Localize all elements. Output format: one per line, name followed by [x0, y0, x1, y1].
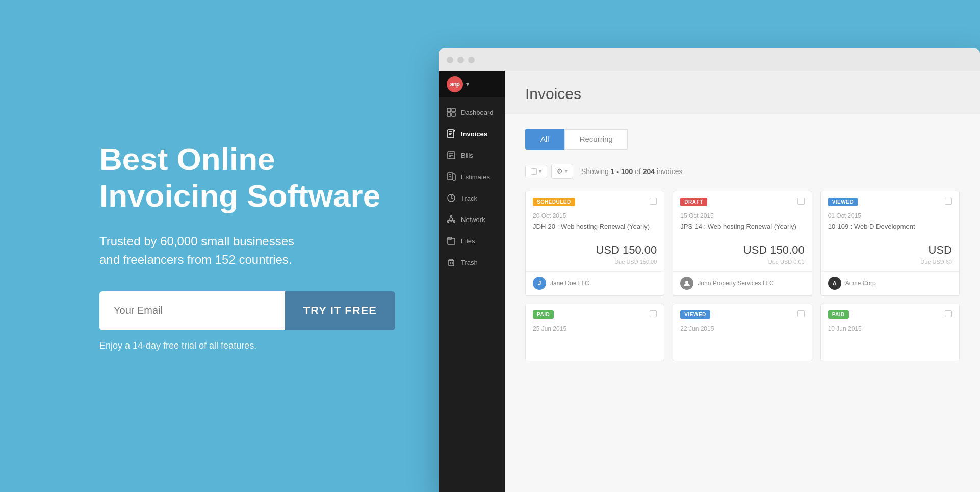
- card-desc: JPS-14 : Web hosting Renewal (Yearly): [673, 223, 811, 236]
- status-badge: PAID: [828, 310, 849, 319]
- track-icon: [447, 193, 456, 203]
- window-dot-red: [447, 57, 453, 63]
- try-free-button[interactable]: TRY IT FREE: [285, 291, 395, 330]
- svg-point-20: [454, 221, 455, 223]
- sidebar-label-trash: Trash: [461, 259, 478, 266]
- subheadline: Trusted by 60,000 small businesses and f…: [99, 232, 439, 269]
- card-checkbox[interactable]: [797, 310, 805, 317]
- svg-point-18: [450, 218, 453, 221]
- sidebar-nav: Dashboard Invoices Bills: [439, 97, 505, 492]
- card-date: 15 Oct 2015: [673, 211, 811, 223]
- svg-rect-4: [448, 130, 454, 138]
- card-date: 25 Jun 2015: [526, 324, 664, 335]
- sidebar: anp ▾ Dashboard: [439, 71, 505, 492]
- card-date: 01 Oct 2015: [821, 211, 959, 223]
- email-input[interactable]: [99, 291, 285, 330]
- app-window: anp ▾ Dashboard: [439, 48, 980, 492]
- card-due: Due USD 60: [821, 259, 959, 271]
- network-icon: [447, 215, 456, 224]
- svg-rect-3: [452, 113, 455, 116]
- svg-rect-2: [447, 113, 451, 116]
- estimates-icon: [447, 172, 456, 181]
- sidebar-label-track: Track: [461, 194, 477, 202]
- checkbox-dropdown-btn[interactable]: ▾: [525, 165, 547, 178]
- card-desc: JDH-20 : Web hosting Renewal (Yearly): [526, 223, 664, 236]
- dashboard-icon: [447, 108, 456, 117]
- invoice-card[interactable]: DRAFT 15 Oct 2015 JPS-14 : Web hosting R…: [673, 191, 812, 296]
- card-date: 22 Jun 2015: [673, 324, 811, 335]
- sidebar-item-dashboard[interactable]: Dashboard: [439, 102, 505, 123]
- card-amount: USD 150.00: [673, 236, 811, 259]
- invoices-icon: [447, 129, 456, 138]
- trash-icon: [447, 258, 456, 267]
- status-badge: VIEWED: [680, 310, 710, 319]
- page-title: Invoices: [525, 85, 960, 103]
- avatar: J: [533, 277, 546, 290]
- showing-text: Showing 1 - 100 of 204 invoices: [581, 167, 682, 176]
- headline: Best Online Invoicing Software: [99, 141, 439, 214]
- invoice-card[interactable]: PAID 25 Jun 2015: [525, 304, 664, 361]
- trial-note: Enjoy a 14-day free trial of all feature…: [99, 340, 439, 351]
- status-badge: DRAFT: [680, 198, 707, 206]
- card-footer: John Property Services LLC.: [673, 271, 811, 295]
- logo-badge: anp: [447, 76, 463, 92]
- card-checkbox[interactable]: [650, 198, 657, 205]
- window-titlebar: [439, 48, 980, 71]
- status-badge: PAID: [533, 310, 554, 319]
- select-checkbox: [531, 168, 537, 175]
- card-checkbox[interactable]: [650, 310, 657, 317]
- content-area: All Recurring ▾ ⚙ ▾: [505, 114, 980, 492]
- sidebar-item-estimates[interactable]: Estimates: [439, 166, 505, 187]
- gear-icon: ⚙: [557, 167, 563, 175]
- card-date: 20 Oct 2015: [526, 211, 664, 223]
- invoice-card[interactable]: PAID 10 Jun 2015: [820, 304, 960, 361]
- tab-all[interactable]: All: [525, 129, 564, 150]
- invoice-card[interactable]: VIEWED 01 Oct 2015 10-109 : Web D Develo…: [820, 191, 960, 296]
- main-content: Invoices All Recurring ▾: [505, 71, 980, 492]
- svg-line-24: [449, 220, 450, 221]
- card-checkbox[interactable]: [945, 198, 952, 205]
- bills-icon: [447, 151, 456, 160]
- left-panel: Best Online Invoicing Software Trusted b…: [0, 0, 439, 492]
- client-name: Jane Doe LLC: [550, 280, 589, 287]
- card-amount: USD 150.00: [526, 236, 664, 259]
- svg-rect-27: [449, 260, 454, 266]
- invoice-card[interactable]: VIEWED 22 Jun 2015: [673, 304, 812, 361]
- card-checkbox[interactable]: [945, 310, 952, 317]
- card-checkbox[interactable]: [797, 198, 805, 205]
- sidebar-item-files[interactable]: Files: [439, 230, 505, 252]
- invoice-grid: SCHEDULED 20 Oct 2015 JDH-20 : Web hosti…: [525, 191, 960, 361]
- sidebar-item-bills[interactable]: Bills: [439, 144, 505, 166]
- invoice-card[interactable]: SCHEDULED 20 Oct 2015 JDH-20 : Web hosti…: [525, 191, 664, 296]
- sidebar-label-invoices: Invoices: [461, 130, 487, 138]
- svg-rect-1: [452, 108, 455, 112]
- client-name: Acme Corp: [845, 280, 876, 287]
- sidebar-label-estimates: Estimates: [461, 173, 490, 181]
- status-badge: SCHEDULED: [533, 198, 575, 206]
- sidebar-item-network[interactable]: Network: [439, 209, 505, 230]
- sidebar-item-track[interactable]: Track: [439, 187, 505, 209]
- sidebar-item-invoices[interactable]: Invoices: [439, 123, 505, 144]
- sidebar-item-trash[interactable]: Trash: [439, 252, 505, 273]
- page-header: Invoices: [505, 71, 980, 114]
- window-dot-yellow: [457, 57, 464, 63]
- sidebar-label-dashboard: Dashboard: [461, 109, 494, 116]
- tab-recurring[interactable]: Recurring: [564, 129, 628, 150]
- filter-tabs: All Recurring: [525, 129, 960, 150]
- svg-point-21: [448, 221, 449, 223]
- svg-point-19: [451, 216, 452, 217]
- avatar: [680, 277, 693, 290]
- checkbox-chevron-icon: ▾: [539, 168, 541, 174]
- sidebar-logo-bar: anp ▾: [439, 71, 505, 97]
- svg-line-23: [453, 220, 454, 221]
- avatar: A: [828, 277, 841, 290]
- settings-chevron-icon: ▾: [565, 168, 568, 174]
- app-body: anp ▾ Dashboard: [439, 71, 980, 492]
- settings-dropdown-btn[interactable]: ⚙ ▾: [551, 164, 573, 179]
- card-due: Due USD 0.00: [673, 259, 811, 271]
- sidebar-label-network: Network: [461, 216, 485, 224]
- card-footer: A Acme Corp: [821, 271, 959, 295]
- toolbar: ▾ ⚙ ▾ Showing 1 - 100 of 204 invoices: [525, 164, 960, 179]
- card-footer: J Jane Doe LLC: [526, 271, 664, 295]
- sidebar-label-files: Files: [461, 237, 475, 245]
